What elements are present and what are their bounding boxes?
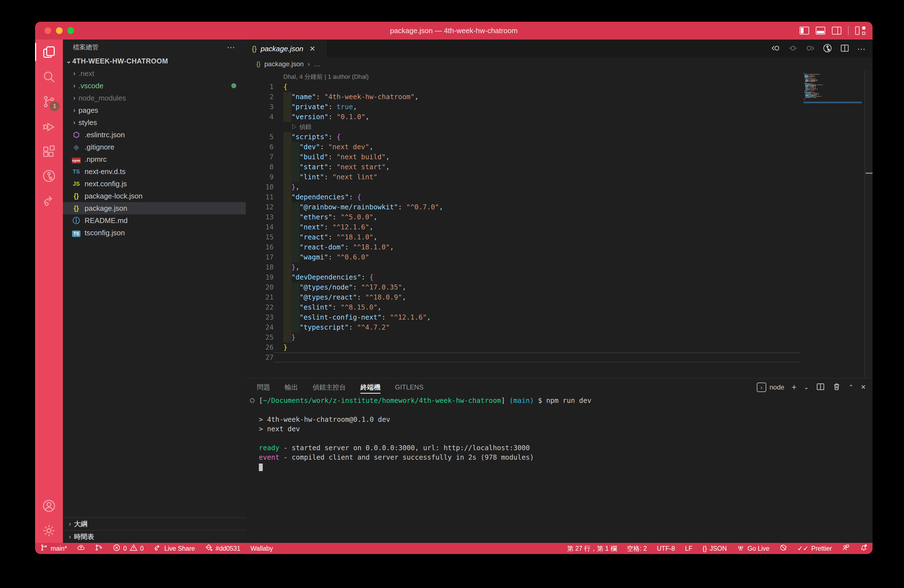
panel-tab-終端機[interactable]: 終端機 — [360, 379, 381, 396]
activity-gitlens[interactable] — [35, 163, 63, 188]
close-panel-icon[interactable]: ✕ — [861, 384, 866, 391]
code-line-2[interactable]: 2"name": "4th-week-hw-chatroom", — [246, 92, 800, 102]
activity-run-debug[interactable] — [35, 114, 63, 139]
panel-tab-偵錯主控台[interactable]: 偵錯主控台 — [313, 379, 346, 396]
code-line-23[interactable]: 23"eslint-config-next": "^12.1.6", — [246, 312, 800, 322]
code-line-15[interactable]: 15"react": "^18.1.0", — [246, 232, 800, 242]
activity-account[interactable] — [35, 493, 63, 518]
code-line-3[interactable]: 3"private": true, — [246, 102, 800, 112]
new-terminal-icon[interactable]: + — [792, 383, 797, 392]
code-line-18[interactable]: 18}, — [246, 262, 800, 272]
code-line-26[interactable]: 26} — [246, 343, 800, 352]
activity-settings-gear[interactable] — [35, 518, 63, 543]
tree-item-tsconfig-json[interactable]: TStsconfig.json — [63, 227, 246, 239]
code-line-16[interactable]: 16"react-dom": "^18.1.0", — [246, 242, 800, 252]
activity-live-share[interactable] — [35, 188, 63, 213]
terminal-output[interactable]: [~/Documents/work/z-institute/homework/4… — [246, 396, 872, 543]
split-editor-icon[interactable] — [840, 43, 849, 54]
navigate-forward-icon[interactable] — [806, 43, 815, 54]
tree-item--vscode[interactable]: ›.vscode — [63, 80, 246, 92]
code-editor[interactable]: Dhal, 4 分鐘前 | 1 author (Dhal)1{2"name": … — [246, 70, 872, 378]
breadcrumb-file[interactable]: package.json — [264, 60, 303, 68]
minimap[interactable] — [800, 70, 865, 378]
code-line-27[interactable]: 27 — [246, 352, 800, 362]
gitlens-graph-icon[interactable] — [823, 43, 832, 54]
code-line-1[interactable]: 1{ — [246, 82, 800, 92]
timeline-section[interactable]: › 時間表 — [63, 530, 246, 543]
tree-item-package-json[interactable]: {}package.json — [63, 202, 246, 214]
close-tab-icon[interactable]: ✕ — [310, 44, 316, 53]
tree-item--eslintrc-json[interactable]: ⬡.eslintrc.json — [63, 129, 246, 141]
terminal-dropdown-icon[interactable]: ⌄ — [804, 384, 809, 391]
code-line-4[interactable]: 4"version": "0.1.0", — [246, 112, 800, 122]
status-eslint-status[interactable] — [779, 544, 787, 553]
tree-item-next-env-d-ts[interactable]: TSnext-env.d.ts — [63, 165, 246, 178]
tab-package-json[interactable]: {} package.json ✕ — [246, 40, 327, 58]
outline-section[interactable]: › 大綱 — [63, 517, 246, 530]
tree-item-node-modules[interactable]: ›node_modules — [63, 92, 246, 104]
activity-search[interactable] — [35, 64, 63, 89]
editor-scrollbar[interactable] — [866, 70, 872, 378]
status-language-mode[interactable]: {}JSON — [702, 545, 727, 552]
status-eol[interactable]: LF — [685, 545, 692, 552]
code-line-25[interactable]: 25} — [246, 332, 800, 343]
panel-tab-問題[interactable]: 問題 — [257, 379, 270, 396]
navigate-back-icon[interactable] — [771, 43, 781, 54]
status-indentation[interactable]: 空格: 2 — [627, 544, 647, 553]
status-live-share[interactable]: Live Share — [153, 544, 195, 553]
code-line-20[interactable]: 20"@types/node": "^17.0.35", — [246, 282, 800, 292]
close-window-button[interactable] — [44, 27, 51, 34]
status-peacock[interactable]: #dd0531 — [205, 544, 240, 553]
code-line-19[interactable]: 19"devDependencies": { — [246, 272, 800, 282]
customize-layout-icon[interactable] — [855, 27, 865, 35]
code-line-12[interactable]: 12"@rainbow-me/rainbowkit": "^0.7.0", — [246, 202, 800, 212]
gitlens-blame-annotation[interactable]: Dhal, 4 分鐘前 | 1 author (Dhal) — [246, 72, 800, 82]
status-encoding[interactable]: UTF-8 — [657, 545, 675, 552]
tree-item-next-config-js[interactable]: JSnext.config.js — [63, 178, 246, 190]
code-line-14[interactable]: 14"next": "^12.1.6", — [246, 222, 800, 232]
activity-source-control[interactable]: 1 — [35, 89, 63, 114]
code-line-24[interactable]: 24"typescript": "^4.7.2" — [246, 322, 800, 332]
code-line-11[interactable]: 11"dependencies": { — [246, 192, 800, 202]
status-publish[interactable] — [77, 544, 85, 553]
zoom-window-button[interactable] — [67, 27, 74, 34]
more-actions-icon[interactable]: ⋯ — [857, 44, 866, 54]
split-terminal-icon[interactable] — [816, 382, 825, 392]
code-line-6[interactable]: 6"dev": "next dev", — [246, 142, 800, 152]
debug-codelens[interactable]: ▷ 偵錯 — [246, 122, 800, 132]
activity-extensions[interactable] — [35, 139, 63, 163]
status-git-branch[interactable]: main* — [40, 544, 67, 553]
code-line-5[interactable]: 5"scripts": { — [246, 132, 800, 142]
command-decoration-icon[interactable] — [250, 398, 254, 403]
panel-tab-GITLENS[interactable]: GITLENS — [395, 379, 424, 396]
code-line-17[interactable]: 17"wagmi": "^0.6.0" — [246, 252, 800, 262]
tree-root-folder[interactable]: ⌄ 4TH-WEEK-HW-CHATROOM — [63, 55, 246, 67]
toggle-secondary-sidebar-icon[interactable] — [832, 27, 841, 35]
breadcrumb-symbol[interactable]: … — [314, 60, 320, 68]
tree-item-package-lock-json[interactable]: {}package-lock.json — [63, 190, 246, 202]
status-feedback[interactable] — [842, 544, 850, 553]
explorer-more-actions-icon[interactable]: ⋯ — [227, 42, 236, 52]
toggle-panel-icon[interactable] — [816, 27, 825, 35]
status-prettier[interactable]: ✓✓Prettier — [797, 545, 832, 552]
status-problems[interactable]: 00 — [113, 544, 144, 553]
tree-item--next[interactable]: ›.next — [63, 67, 246, 80]
terminal-profile-select[interactable]: › node — [757, 383, 784, 392]
code-line-10[interactable]: 10}, — [246, 182, 800, 192]
code-line-13[interactable]: 13"ethers": "^5.0.0", — [246, 212, 800, 222]
status-notifications[interactable] — [860, 544, 868, 553]
code-line-22[interactable]: 22"eslint": "^8.15.0", — [246, 302, 800, 312]
status-wallaby[interactable]: Wallaby — [250, 545, 273, 552]
tree-item--npmrc[interactable]: npm.npmrc — [63, 153, 246, 165]
activity-files[interactable] — [35, 40, 63, 64]
minimize-window-button[interactable] — [56, 27, 63, 34]
breadcrumb[interactable]: {} package.json › … — [246, 58, 872, 70]
tree-item-styles[interactable]: ›styles — [63, 116, 246, 129]
code-line-8[interactable]: 8"start": "next start", — [246, 162, 800, 172]
toggle-primary-sidebar-icon[interactable] — [800, 27, 809, 35]
status-commit-graph[interactable] — [95, 544, 103, 553]
navigate-current-icon[interactable] — [788, 43, 798, 54]
tree-item-pages[interactable]: ›pages — [63, 104, 246, 116]
code-line-9[interactable]: 9"lint": "next lint" — [246, 172, 800, 182]
tree-item--gitignore[interactable]: ◆.gitignore — [63, 141, 246, 153]
